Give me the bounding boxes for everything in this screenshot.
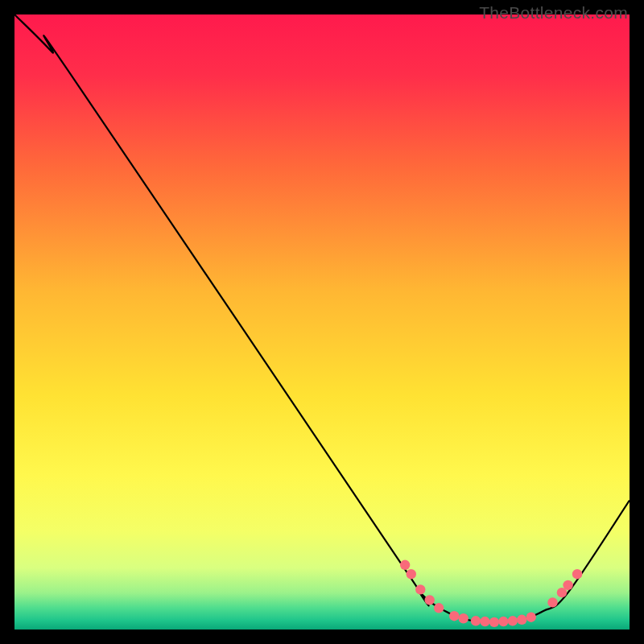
data-dot [407, 569, 416, 579]
chart-frame: TheBottleneck.com [0, 0, 644, 644]
data-dot [449, 611, 459, 621]
data-dot [547, 597, 557, 607]
data-dot [459, 613, 469, 623]
bottleneck-chart [14, 14, 630, 630]
data-dot [517, 615, 526, 625]
data-dot [480, 617, 489, 626]
data-dot [572, 569, 582, 579]
data-dot [415, 584, 425, 594]
data-dot [563, 580, 572, 590]
gradient-background [14, 14, 630, 630]
data-dot [434, 603, 444, 613]
data-dot [489, 617, 499, 627]
data-dot [400, 560, 410, 570]
watermark-text: TheBottleneck.com [479, 3, 628, 23]
data-dot [508, 616, 518, 625]
data-dot [526, 613, 536, 622]
data-dot [498, 617, 508, 626]
data-dot [425, 595, 435, 605]
chart-plot-area [14, 14, 630, 630]
data-dot [471, 616, 481, 625]
